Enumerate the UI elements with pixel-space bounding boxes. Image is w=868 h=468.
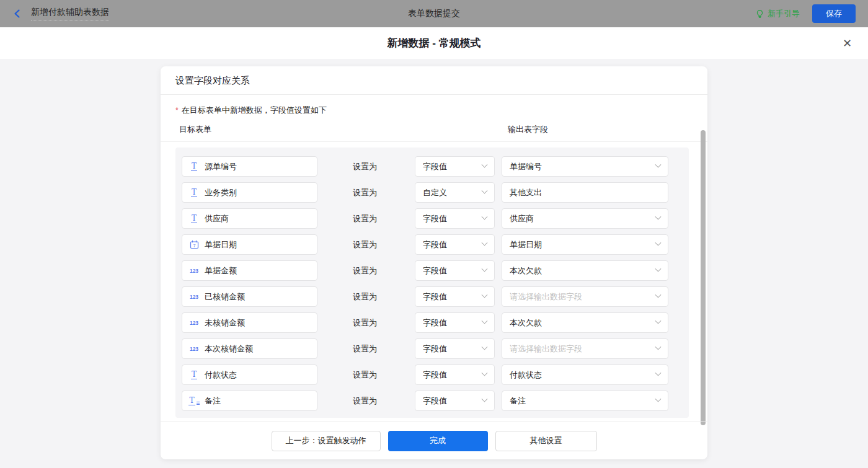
output-select[interactable]: 本次欠款 <box>502 260 668 281</box>
lightbulb-icon <box>755 9 764 19</box>
number-field-icon: 123 <box>188 268 200 274</box>
mapping-row: T 付款状态 设置为 字段值 付款状态 <box>182 364 683 385</box>
mode-select[interactable]: 字段值 <box>415 156 495 177</box>
mode-value: 字段值 <box>423 239 447 250</box>
chevron-down-icon <box>655 318 662 324</box>
mode-select[interactable]: 字段值 <box>415 364 495 385</box>
chevron-down-icon <box>482 214 488 220</box>
chevron-down-icon <box>655 396 662 402</box>
mapping-row: T 业务类别 设置为 自定义 其他支出 <box>182 182 683 203</box>
date-field-icon: 7 <box>188 240 200 249</box>
mode-select[interactable]: 字段值 <box>415 208 495 229</box>
output-select[interactable]: 备注 <box>502 391 668 411</box>
mode-select[interactable]: 字段值 <box>415 260 495 281</box>
target-field[interactable]: T 备注 <box>182 391 317 411</box>
chevron-left-icon <box>12 9 22 19</box>
mapping-row: T 备注 设置为 字段值 备注 <box>182 391 683 411</box>
set-as-label: 设置为 <box>353 161 379 172</box>
set-as-label: 设置为 <box>353 265 379 276</box>
mode-value: 自定义 <box>423 187 447 198</box>
top-bar: 新增付款辅助表数据 表单数据提交 新手引导 保存 <box>0 0 868 27</box>
output-select[interactable]: 付款状态 <box>502 364 668 385</box>
target-field[interactable]: 123 单据金额 <box>182 260 317 281</box>
target-field-label: 已核销金额 <box>205 291 245 302</box>
output-select[interactable]: 单据编号 <box>502 156 668 177</box>
mode-value: 字段值 <box>423 317 447 329</box>
set-as-label: 设置为 <box>353 317 379 329</box>
mode-value: 字段值 <box>423 369 447 381</box>
output-placeholder: 请选择输出数据字段 <box>510 291 582 302</box>
prev-step-button[interactable]: 上一步：设置触发动作 <box>272 431 381 451</box>
output-select[interactable]: 单据日期 <box>502 234 668 255</box>
set-as-label: 设置为 <box>353 213 379 224</box>
single-line-text-icon: T <box>188 371 200 379</box>
mapping-row: T 源单编号 设置为 字段值 单据编号 <box>182 156 683 177</box>
target-field-label: 源单编号 <box>205 161 237 172</box>
output-select[interactable]: 请选择输出数据字段 <box>502 338 668 359</box>
modal-body: 设置字段对应关系 *在目标表单中新增数据，字段值设置如下 目标表单 输出表字段 … <box>0 59 868 468</box>
mode-value: 字段值 <box>423 265 447 276</box>
mode-value: 字段值 <box>423 161 447 172</box>
target-field-label: 未核销金额 <box>205 317 245 329</box>
output-placeholder: 请选择输出数据字段 <box>510 343 582 355</box>
single-line-text-icon: T <box>188 162 200 171</box>
card-footer: 上一步：设置触发动作 完成 其他设置 <box>161 422 707 459</box>
single-line-text-icon: T <box>188 214 200 223</box>
target-field[interactable]: 123 未核销金额 <box>182 312 317 333</box>
chevron-down-icon <box>655 292 662 298</box>
chevron-down-icon <box>655 344 662 350</box>
back-button[interactable] <box>12 9 22 19</box>
target-field-label: 供应商 <box>205 213 229 224</box>
output-value: 付款状态 <box>510 369 542 381</box>
target-field[interactable]: 123 已核销金额 <box>182 286 317 307</box>
mapping-row: 123 未核销金额 设置为 字段值 本次欠款 <box>182 312 683 333</box>
target-field[interactable]: T 业务类别 <box>182 182 317 203</box>
save-button[interactable]: 保存 <box>812 4 856 23</box>
required-mark: * <box>175 106 179 115</box>
scrollbar[interactable] <box>701 130 706 425</box>
output-value: 本次欠款 <box>510 317 542 329</box>
output-value: 单据编号 <box>510 161 542 172</box>
mode-select[interactable]: 字段值 <box>415 391 495 411</box>
close-icon[interactable]: ✕ <box>843 38 852 49</box>
column-output-fields: 输出表字段 <box>508 124 548 135</box>
mode-select[interactable]: 字段值 <box>415 312 495 333</box>
chevron-down-icon <box>482 370 488 376</box>
svg-text:7: 7 <box>193 244 195 248</box>
output-value: 本次欠款 <box>510 265 542 276</box>
mode-select[interactable]: 自定义 <box>415 182 495 203</box>
output-select[interactable]: 本次欠款 <box>502 312 668 333</box>
done-button[interactable]: 完成 <box>388 431 488 451</box>
chevron-down-icon <box>482 188 488 194</box>
multi-line-text-icon: T <box>188 397 200 405</box>
target-field-label: 单据日期 <box>205 239 237 250</box>
beginner-guide-link[interactable]: 新手引导 <box>755 8 800 19</box>
mapping-row: 123 单据金额 设置为 字段值 本次欠款 <box>182 260 683 281</box>
chevron-down-icon <box>482 162 488 168</box>
mode-select[interactable]: 字段值 <box>415 338 495 359</box>
field-mapping-card: 设置字段对应关系 *在目标表单中新增数据，字段值设置如下 目标表单 输出表字段 … <box>161 66 707 459</box>
workflow-title[interactable]: 新增付款辅助表数据 <box>31 7 109 20</box>
target-field[interactable]: 123 本次核销金额 <box>182 338 317 359</box>
output-text-input[interactable]: 其他支出 <box>502 182 668 203</box>
set-as-label: 设置为 <box>353 395 379 407</box>
mode-select[interactable]: 字段值 <box>415 234 495 255</box>
mapping-row: T 供应商 设置为 字段值 供应商 <box>182 208 683 229</box>
mode-select[interactable]: 字段值 <box>415 286 495 307</box>
target-field-label: 业务类别 <box>205 187 237 198</box>
target-field[interactable]: T 付款状态 <box>182 364 317 385</box>
target-field[interactable]: T 供应商 <box>182 208 317 229</box>
chevron-down-icon <box>482 396 488 402</box>
other-settings-button[interactable]: 其他设置 <box>495 431 597 451</box>
set-as-label: 设置为 <box>353 239 379 250</box>
output-select[interactable]: 供应商 <box>502 208 668 229</box>
target-field-label: 付款状态 <box>205 369 237 381</box>
target-field[interactable]: T 源单编号 <box>182 156 317 177</box>
number-field-icon: 123 <box>188 320 200 326</box>
column-headers: 目标表单 输出表字段 <box>161 124 707 135</box>
chevron-down-icon <box>482 292 488 298</box>
output-select[interactable]: 请选择输出数据字段 <box>502 286 668 307</box>
chevron-down-icon <box>482 318 488 324</box>
target-field[interactable]: 7 单据日期 <box>182 234 317 255</box>
mapping-row: 7 单据日期 设置为 字段值 单据日期 <box>182 234 683 255</box>
